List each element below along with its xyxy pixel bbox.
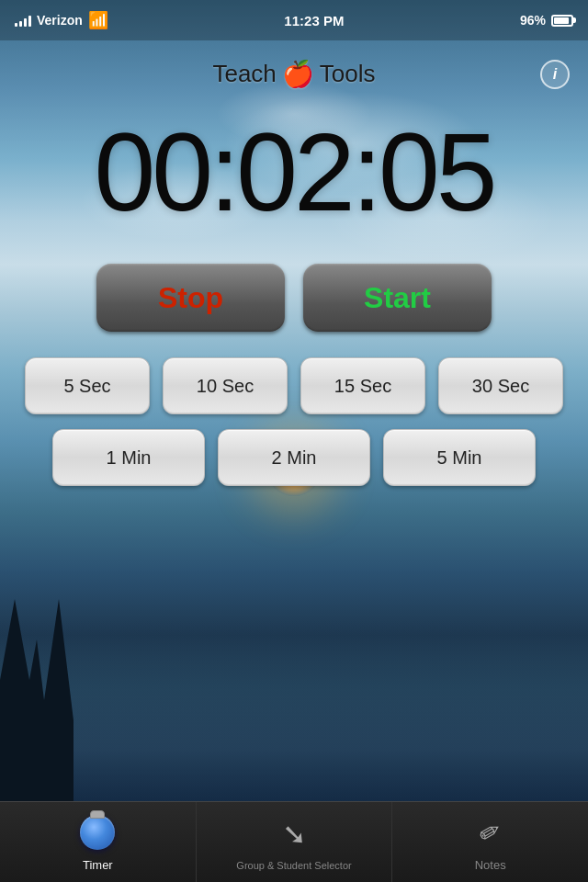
title-post: Tools bbox=[320, 60, 376, 88]
battery-icon bbox=[551, 15, 573, 27]
wifi-icon: 📶 bbox=[88, 10, 108, 30]
tab-group-label: Group & Student Selector bbox=[236, 860, 351, 871]
battery-percent: 96% bbox=[520, 13, 546, 28]
preset-15sec[interactable]: 15 Sec bbox=[300, 357, 425, 414]
timer-value: 00:02:05 bbox=[9, 117, 579, 227]
start-button[interactable]: Start bbox=[303, 264, 492, 332]
preset-10sec[interactable]: 10 Sec bbox=[163, 357, 288, 414]
app-header: Teach 🍎 Tools i bbox=[0, 40, 588, 98]
apple-icon: 🍎 bbox=[282, 59, 314, 89]
pen-icon: ✏ bbox=[473, 814, 506, 851]
stop-button[interactable]: Stop bbox=[96, 264, 285, 332]
carrier-signal: Verizon 📶 bbox=[15, 10, 108, 30]
notes-tab-icon: ✏ bbox=[470, 812, 511, 853]
tab-notes-label: Notes bbox=[475, 858, 506, 872]
status-time: 11:23 PM bbox=[284, 13, 344, 28]
preset-5sec[interactable]: 5 Sec bbox=[25, 357, 150, 414]
app-title: Teach 🍎 Tools bbox=[212, 59, 375, 89]
title-pre: Teach bbox=[212, 60, 276, 88]
timer-tab-icon bbox=[77, 812, 118, 853]
battery-status: 96% bbox=[520, 13, 573, 28]
carrier-name: Verizon bbox=[37, 13, 83, 28]
timer-icon bbox=[80, 815, 115, 850]
tab-timer-label: Timer bbox=[83, 858, 113, 872]
preset-row-1: 5 Sec 10 Sec 15 Sec 30 Sec bbox=[0, 350, 588, 422]
arrow-icon: ➘ bbox=[282, 817, 307, 852]
preset-row-2: 1 Min 2 Min 5 Min bbox=[0, 422, 588, 493]
group-tab-icon: ➘ bbox=[274, 814, 314, 854]
tab-group-selector[interactable]: ➘ Group & Student Selector bbox=[197, 802, 393, 882]
status-bar: Verizon 📶 11:23 PM 96% bbox=[0, 0, 588, 40]
preset-1min[interactable]: 1 Min bbox=[52, 429, 205, 486]
timer-display: 00:02:05 bbox=[0, 98, 588, 236]
preset-5min[interactable]: 5 Min bbox=[383, 429, 536, 486]
controls: Stop Start bbox=[0, 236, 588, 350]
preset-30sec[interactable]: 30 Sec bbox=[438, 357, 563, 414]
tab-notes[interactable]: ✏ Notes bbox=[392, 802, 588, 882]
tab-timer[interactable]: Timer bbox=[0, 802, 197, 882]
signal-icon bbox=[15, 14, 31, 27]
tab-bar: Timer ➘ Group & Student Selector ✏ Notes bbox=[0, 801, 588, 882]
preset-2min[interactable]: 2 Min bbox=[218, 429, 370, 486]
info-button[interactable]: i bbox=[540, 60, 570, 89]
